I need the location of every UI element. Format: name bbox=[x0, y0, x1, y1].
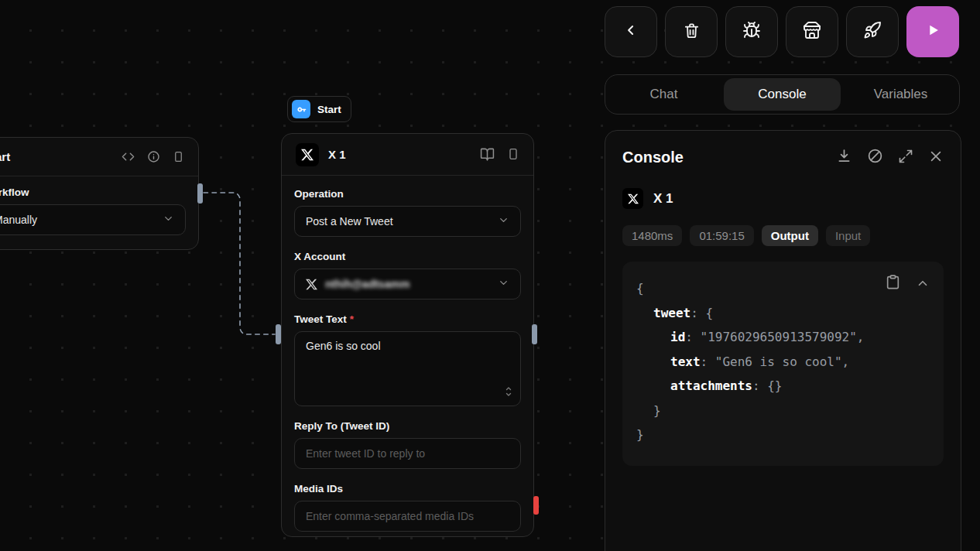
x-logo-icon bbox=[296, 143, 319, 166]
x-logo-icon bbox=[622, 188, 643, 209]
phone-icon[interactable] bbox=[507, 147, 519, 162]
chevron-down-icon bbox=[163, 213, 174, 227]
reply-to-input[interactable] bbox=[294, 438, 521, 469]
trash-icon bbox=[683, 22, 701, 43]
account-label: X Account bbox=[294, 251, 521, 262]
operation-select-value: Post a New Tweet bbox=[306, 215, 393, 228]
delete-button[interactable] bbox=[665, 6, 718, 57]
store-button[interactable] bbox=[786, 6, 838, 57]
trigger-output-handle[interactable] bbox=[197, 183, 203, 204]
chevron-left-icon bbox=[623, 22, 639, 41]
tweet-text-input[interactable]: Gen6 is so cool bbox=[294, 331, 521, 406]
panel-tabbar: Chat Console Variables bbox=[605, 74, 960, 115]
trigger-node[interactable]: Start Workflow Manually bbox=[0, 137, 199, 250]
x-node-input-handle[interactable] bbox=[276, 324, 281, 344]
media-ids-label: Media IDs bbox=[294, 483, 521, 495]
x-node[interactable]: X 1 Operation Post a New Tweet X Account… bbox=[281, 133, 534, 537]
media-ids-input[interactable] bbox=[294, 501, 521, 532]
close-icon[interactable] bbox=[928, 149, 944, 167]
required-marker: * bbox=[350, 313, 354, 325]
debug-button[interactable] bbox=[725, 6, 778, 57]
tab-chat[interactable]: Chat bbox=[605, 75, 722, 114]
x-node-error-handle[interactable] bbox=[533, 496, 539, 515]
tab-variables[interactable]: Variables bbox=[842, 75, 959, 114]
book-icon[interactable] bbox=[480, 147, 495, 162]
clear-icon[interactable] bbox=[867, 148, 883, 167]
collapse-icon[interactable] bbox=[916, 274, 930, 299]
store-icon bbox=[803, 21, 821, 43]
duration-badge: 1480ms bbox=[622, 225, 682, 246]
operation-label: Operation bbox=[294, 188, 521, 200]
resize-handle-icon[interactable] bbox=[504, 386, 513, 400]
start-badge[interactable]: Start bbox=[287, 96, 351, 122]
phone-icon[interactable] bbox=[173, 150, 184, 163]
input-toggle[interactable]: Input bbox=[826, 225, 870, 246]
workflow-field-label: Workflow bbox=[0, 187, 186, 198]
x-glyph-icon bbox=[306, 279, 317, 290]
trigger-key-icon bbox=[292, 100, 310, 118]
tab-console[interactable]: Console bbox=[724, 78, 841, 111]
x-node-title: X 1 bbox=[328, 148, 346, 161]
console-output-json: { tweet: { id: "1976029650913579092", te… bbox=[622, 262, 944, 466]
info-icon[interactable] bbox=[147, 150, 160, 163]
timestamp-badge: 01:59:15 bbox=[690, 225, 753, 246]
expand-icon[interactable] bbox=[898, 149, 913, 167]
workflow-select-value: Manually bbox=[0, 214, 37, 226]
account-select-value: nthih@adtsamm bbox=[325, 278, 409, 290]
copy-icon[interactable] bbox=[885, 274, 901, 299]
console-title: Console bbox=[622, 149, 684, 166]
console-node-name: X 1 bbox=[653, 191, 673, 207]
x-node-output-handle[interactable] bbox=[532, 324, 537, 344]
rocket-icon bbox=[863, 21, 882, 43]
app-window: Start Start Workflow Manually X 1 bbox=[0, 0, 980, 551]
chevron-down-icon bbox=[498, 214, 509, 228]
download-icon[interactable] bbox=[836, 148, 852, 167]
play-icon bbox=[924, 22, 941, 42]
reply-to-label: Reply To (Tweet ID) bbox=[294, 420, 521, 432]
start-badge-label: Start bbox=[317, 104, 341, 115]
output-toggle[interactable]: Output bbox=[762, 225, 818, 246]
workflow-select[interactable]: Manually bbox=[0, 204, 186, 235]
code-icon[interactable] bbox=[122, 150, 135, 163]
run-button[interactable] bbox=[906, 6, 959, 57]
chevron-down-icon bbox=[498, 277, 509, 291]
account-select[interactable]: nthih@adtsamm bbox=[294, 269, 521, 299]
tweet-text-label: Tweet Text* bbox=[294, 313, 521, 325]
trigger-node-title: Start bbox=[0, 150, 10, 163]
console-panel: Console X 1 1480ms 01:59:15 Output Input bbox=[605, 130, 961, 551]
bug-icon bbox=[742, 21, 761, 43]
operation-select[interactable]: Post a New Tweet bbox=[294, 206, 521, 237]
back-button[interactable] bbox=[605, 6, 657, 57]
deploy-button[interactable] bbox=[846, 6, 899, 57]
